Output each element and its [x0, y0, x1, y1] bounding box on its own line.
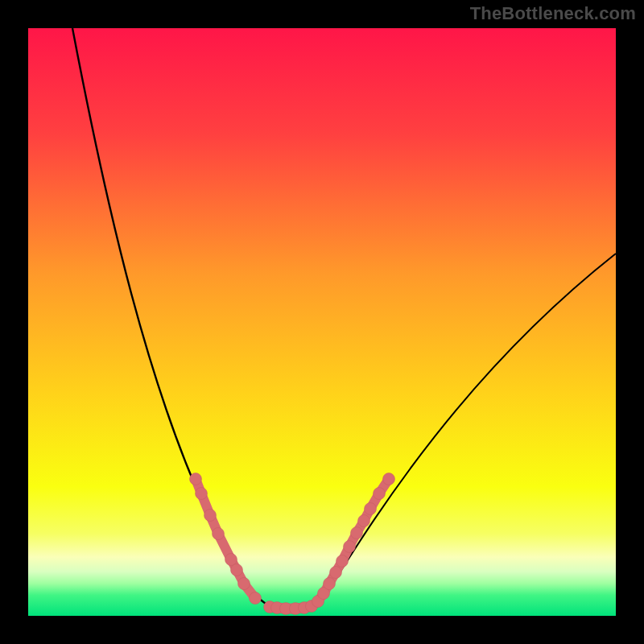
data-marker — [374, 488, 386, 500]
data-marker — [358, 515, 370, 527]
data-marker — [336, 555, 349, 568]
data-marker — [330, 567, 342, 579]
left-curve — [72, 28, 302, 608]
data-marker — [344, 541, 356, 553]
data-marker — [213, 528, 225, 540]
watermark-text: TheBottleneck.com — [470, 3, 636, 24]
data-marker — [324, 578, 336, 590]
data-marker — [383, 473, 395, 485]
data-marker — [231, 564, 243, 576]
curve-layer — [28, 28, 616, 616]
data-marker — [351, 527, 363, 539]
data-marker — [250, 592, 262, 605]
markers-group — [190, 473, 395, 615]
plot-area — [28, 28, 616, 616]
data-marker — [238, 578, 250, 590]
data-marker — [365, 503, 377, 515]
data-marker — [196, 488, 208, 500]
data-marker — [190, 473, 202, 485]
data-marker — [204, 510, 217, 522]
chart-container: TheBottleneck.com — [0, 0, 644, 644]
data-marker — [225, 554, 237, 566]
